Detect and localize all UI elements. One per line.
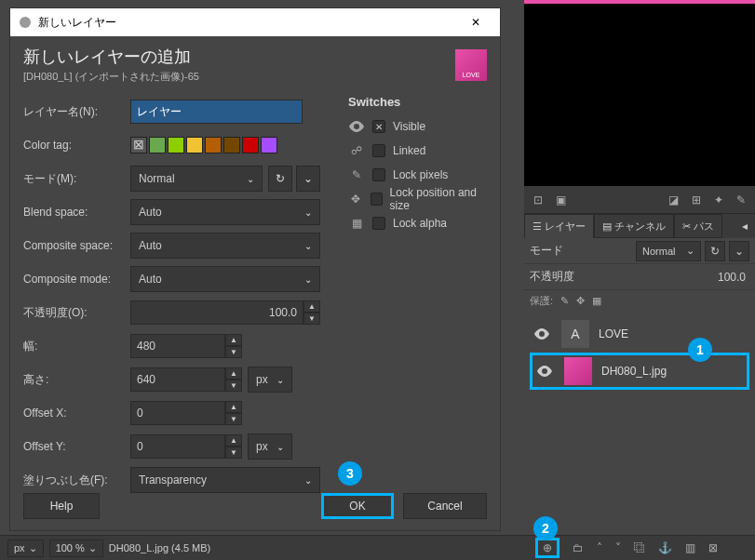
offset-y-field[interactable] (130, 434, 225, 459)
merge-icon[interactable]: ▥ (685, 541, 695, 554)
color-tag[interactable] (168, 137, 184, 153)
switches-group: Switches ✕ Visible ☍ Linked ✎ Lock pixel… (348, 95, 487, 235)
spin-up-icon[interactable]: ▲ (225, 401, 242, 413)
spin-down-icon[interactable]: ▼ (225, 380, 242, 392)
dialog-footer: Help OK Cancel (23, 493, 487, 519)
color-tag[interactable] (205, 137, 222, 153)
color-tag[interactable] (261, 137, 277, 153)
spin-down-icon[interactable]: ▼ (225, 447, 242, 459)
dialog-subtitle: [DH080_L] (インポートされた画像)-65 (23, 70, 455, 84)
height-input[interactable]: ▲▼ (130, 367, 242, 392)
height-field[interactable] (130, 367, 225, 392)
brush-icon[interactable]: ✎ (736, 193, 746, 207)
layer-down-icon[interactable]: ˅ (615, 541, 621, 554)
tab-paths[interactable]: ✂パス (674, 214, 722, 238)
color-tag[interactable] (149, 137, 166, 153)
tab-channels[interactable]: ▤チャンネル (594, 214, 674, 238)
switch-label: Lock pixels (393, 168, 448, 181)
panel-opacity-value[interactable]: 100.0 (703, 271, 749, 284)
offset-x-field[interactable] (130, 401, 225, 425)
height-label: 高さ: (23, 372, 130, 388)
color-tag-swatches (130, 137, 277, 153)
cancel-button[interactable]: Cancel (403, 493, 487, 519)
checkbox[interactable] (371, 193, 383, 206)
layer-item-selected[interactable]: DH080_L.jpg (530, 353, 749, 390)
zoom-select[interactable]: 100 %⌄ (49, 540, 103, 557)
panel-mode-reset[interactable]: ↻ (705, 241, 725, 261)
spin-up-icon[interactable]: ▲ (225, 334, 242, 346)
spin-down-icon[interactable]: ▼ (225, 413, 242, 425)
new-group-icon[interactable]: 🗀 (573, 541, 584, 554)
offset-x-input[interactable]: ▲▼ (130, 401, 242, 425)
checkbox[interactable] (372, 144, 385, 157)
mode-menu-button[interactable]: ⌄ (296, 166, 320, 192)
unit-select[interactable]: px⌄ (7, 540, 44, 557)
switch-visible[interactable]: ✕ Visible (348, 114, 487, 139)
anchor-icon[interactable]: ⚓ (658, 541, 672, 554)
switch-lock-position[interactable]: ✥ Lock position and size (348, 187, 487, 211)
delete-icon[interactable]: ⊠ (708, 541, 718, 554)
protect-alpha-icon[interactable]: ▦ (592, 295, 601, 307)
visibility-icon[interactable] (533, 328, 552, 340)
layer-up-icon[interactable]: ˄ (597, 541, 602, 554)
mode-select[interactable]: Normal⌄ (130, 166, 263, 192)
blend-space-select[interactable]: Auto⌄ (130, 199, 320, 225)
spin-down-icon[interactable]: ▼ (225, 346, 242, 358)
offset-x-label: Offset X: (23, 407, 130, 420)
checkbox-checked[interactable]: ✕ (372, 120, 385, 133)
composite-mode-select[interactable]: Auto⌄ (130, 266, 320, 292)
width-label: 幅: (23, 339, 130, 354)
protect-label: 保護: (530, 294, 553, 308)
switch-lock-alpha[interactable]: ▦ Lock alpha (348, 211, 487, 235)
panel-bottom-toolbar: ⊕ 🗀 ˄ ˅ ⿻ ⚓ ▥ ⊠ (524, 535, 755, 560)
offset-unit-select[interactable]: px⌄ (248, 433, 292, 460)
layer-name-input[interactable] (130, 100, 303, 124)
layer-name[interactable]: DH080_L.jpg (601, 365, 743, 378)
width-field[interactable] (130, 334, 225, 358)
opacity-field[interactable] (130, 300, 303, 325)
spin-up-icon[interactable]: ▲ (225, 434, 242, 447)
status-bar: px⌄ 100 %⌄ DH080_L.jpg (4.5 MB) (0, 535, 524, 560)
panel-menu-icon[interactable]: ◂ (735, 214, 755, 238)
help-button[interactable]: Help (23, 493, 100, 519)
switch-linked[interactable]: ☍ Linked (348, 139, 487, 163)
ok-button[interactable]: OK (321, 493, 394, 519)
checkbox[interactable] (372, 217, 385, 230)
canvas-toolbar: ⊡ ▣ ◪ ⊞ ✦ ✎ (524, 186, 755, 214)
new-layer-button[interactable]: ⊕ (535, 538, 560, 558)
visibility-icon[interactable] (536, 366, 555, 377)
composite-space-select[interactable]: Auto⌄ (130, 233, 320, 259)
width-input[interactable]: ▲▼ (130, 334, 242, 358)
crop-icon[interactable]: ⊡ (533, 193, 543, 207)
layer-item[interactable]: A LOVE (530, 315, 749, 353)
close-icon[interactable]: ✕ (459, 9, 492, 35)
size-unit-select[interactable]: px⌄ (248, 367, 292, 393)
color-tag[interactable] (223, 137, 240, 153)
color-tag-none[interactable] (130, 137, 147, 153)
spin-up-icon[interactable]: ▲ (225, 367, 242, 380)
panel-mode-chev[interactable]: ⌄ (729, 241, 749, 261)
layers-list: A LOVE DH080_L.jpg (524, 312, 755, 393)
spin-down-icon[interactable]: ▼ (303, 313, 320, 325)
fill-select[interactable]: Transparency⌄ (130, 467, 320, 493)
panel-mode-select[interactable]: Normal⌄ (636, 241, 701, 261)
tool2-icon[interactable]: ⊞ (692, 193, 701, 207)
levels-icon[interactable]: ◪ (668, 193, 679, 207)
mode-reset-button[interactable]: ↻ (268, 166, 292, 192)
duplicate-icon[interactable]: ⿻ (634, 541, 645, 554)
offset-y-input[interactable]: ▲▼ (130, 434, 242, 459)
color-tag[interactable] (242, 137, 259, 153)
protect-move-icon[interactable]: ✥ (576, 295, 585, 307)
protect-brush-icon[interactable]: ✎ (560, 295, 569, 307)
spin-up-icon[interactable]: ▲ (303, 300, 320, 313)
tab-layers[interactable]: ☰レイヤー (524, 214, 594, 238)
opacity-input[interactable]: ▲▼ (130, 300, 320, 325)
mode-label: モード(M): (23, 171, 130, 187)
tool-icon[interactable]: ▣ (556, 193, 566, 207)
dialog-titlebar[interactable]: 新しいレイヤー ✕ (10, 8, 500, 36)
layer-name[interactable]: LOVE (599, 327, 746, 340)
color-tag[interactable] (186, 137, 203, 153)
switch-lock-pixels[interactable]: ✎ Lock pixels (348, 163, 487, 187)
wand-icon[interactable]: ✦ (714, 193, 723, 207)
checkbox[interactable] (372, 168, 385, 181)
